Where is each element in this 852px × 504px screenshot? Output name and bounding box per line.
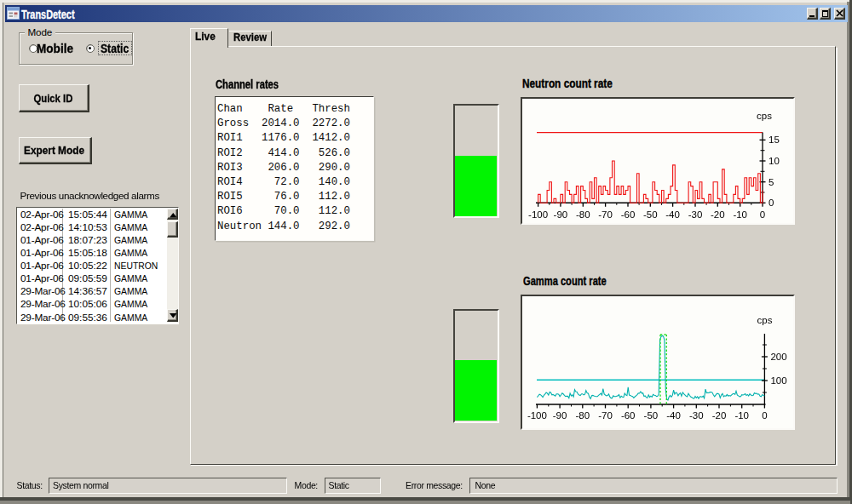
svg-text:-80: -80 xyxy=(575,410,590,421)
svg-text:0: 0 xyxy=(760,209,765,220)
svg-text:200: 200 xyxy=(770,352,786,362)
svg-text:-100: -100 xyxy=(528,209,548,220)
svg-text:-60: -60 xyxy=(621,209,636,220)
svg-text:-90: -90 xyxy=(553,410,567,421)
svg-text:-30: -30 xyxy=(689,410,704,421)
svg-text:10: 10 xyxy=(769,156,780,166)
svg-text:-70: -70 xyxy=(598,209,613,220)
svg-text:-90: -90 xyxy=(554,209,568,220)
svg-text:-100: -100 xyxy=(527,410,547,421)
svg-text:-40: -40 xyxy=(666,410,681,421)
svg-text:cps: cps xyxy=(757,315,773,325)
svg-text:-50: -50 xyxy=(644,410,659,421)
svg-text:-10: -10 xyxy=(734,410,749,421)
svg-text:0: 0 xyxy=(769,198,774,208)
svg-text:cps: cps xyxy=(757,111,772,121)
svg-text:-60: -60 xyxy=(621,410,636,421)
svg-text:-10: -10 xyxy=(733,209,747,220)
svg-text:-80: -80 xyxy=(576,209,590,220)
svg-text:-40: -40 xyxy=(665,209,680,220)
svg-text:100: 100 xyxy=(770,375,786,386)
svg-text:5: 5 xyxy=(769,177,774,187)
svg-text:-30: -30 xyxy=(688,209,703,220)
svg-text:-20: -20 xyxy=(712,410,727,421)
svg-text:15: 15 xyxy=(769,135,780,145)
svg-text:-20: -20 xyxy=(711,209,725,220)
svg-text:-50: -50 xyxy=(643,209,658,220)
svg-text:0: 0 xyxy=(762,410,767,421)
svg-text:-70: -70 xyxy=(598,410,613,421)
